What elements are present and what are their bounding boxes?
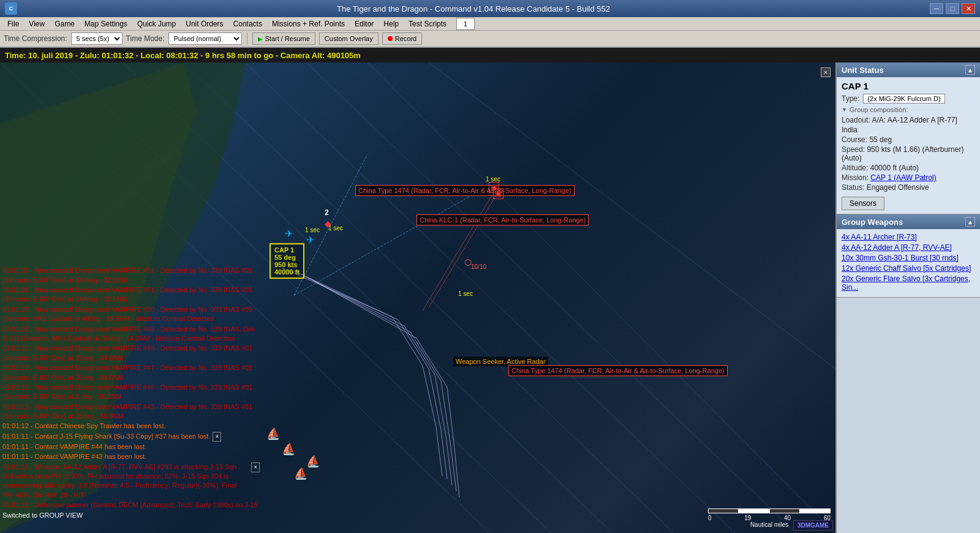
dismiss-btn-1[interactable]: × [213,432,221,442]
loadout-row: Loadout: A/A: AA-12 Adder A [R-77] [842,116,975,124]
weapon-link-2[interactable]: 10x 30mm Gsh-30-1 Burst [30 rnds] [842,254,975,262]
unit-status-header: Unit Status ▲ [837,62,980,77]
event-line-1: 01:01:31 - New contact! Designated VAMPI… [2,285,260,304]
weapon-link-4[interactable]: 20x Generic Flare Salvo [3x Cartridges, … [842,274,975,292]
close-button[interactable]: ✕ [962,3,975,14]
event-line-4: 01:01:13 - New contact! Designated VAMPI… [2,344,260,363]
event-line-10: 01:01:11 - Contact VAMPIRE #44 has been … [2,442,260,452]
altitude-label: Altitude: [842,164,868,172]
menu-view[interactable]: View [24,18,50,29]
menu-game[interactable]: Game [50,18,80,29]
window-controls: ─ □ ✕ [930,3,975,14]
menu-editor[interactable]: Editor [350,18,379,29]
unit-marker-friendly-2: ✈ [306,234,314,246]
event-log: 01:01:31 - New contact! Designated VAMPI… [2,266,260,521]
menu-help[interactable]: Help [379,18,404,29]
weapon-link-1[interactable]: 4x AA-12 Adder A [R-77, RVV-AE] [842,243,975,252]
custom-overlay-button[interactable]: Custom Overlay [319,32,379,45]
menu-missions-ref[interactable]: Missions + Ref. Points [267,18,350,29]
cap-unit-box[interactable]: CAP 1 55 deg 950 kts 40000 ft [270,243,304,279]
start-resume-button[interactable]: ▶ Start / Resume [252,32,315,45]
menu-quick-jump[interactable]: Quick Jump [132,18,181,29]
main-area: × CAP 1 55 deg 950 kts 40000 ft 1 sec 1 … [0,62,980,533]
right-panel: Unit Status ▲ CAP 1 Type: (2x MiG-29K Fu… [835,62,980,533]
logo-badge: 3DMGAME [793,520,833,531]
course-row: Course: 55 deg [842,135,975,144]
event-line-2: 01:01:26 - New contact! Designated VAMPI… [2,305,260,324]
status-row: Status: Engaged Offensive [842,183,975,192]
speed-row: Speed: 950 kts (M 1.66) (Afterburner) (A… [842,145,975,162]
event-line-7: 01:01:13 - New contact! Designated VAMPI… [2,403,260,421]
menu-contacts[interactable]: Contacts [228,18,267,29]
map-view[interactable]: × CAP 1 55 deg 950 kts 40000 ft 1 sec 1 … [0,62,835,533]
toolbar: Time Compression: 5 secs (5x) Time Mode:… [0,31,980,48]
altitude-value: 40000 ft (Auto) [870,164,919,172]
menu-file[interactable]: File [2,18,24,29]
event-line-3: 01:01:26 - New contact! Designated VAMPI… [2,325,260,344]
expand-arrow-icon: ▼ [842,107,847,113]
speed-label: Speed: [842,145,865,154]
unit-marker-enemy-1: ◆ [325,219,331,229]
unit-marker-friendly-1: ✈ [285,228,293,240]
ship-marker-4: ⛵ [294,467,307,480]
map-close-button[interactable]: × [821,67,831,77]
ship-marker-1: ⛵ [266,427,280,440]
status-bar: Time: 10. juli 2019 - Zulu: 01:01:32 - L… [0,48,980,62]
tab-input[interactable] [456,18,475,30]
course-value: 55 deg [869,135,892,144]
unit-name: CAP 1 [842,81,975,91]
event-line-6: 01:01:13 - New contact! Designated VAMPI… [2,383,260,402]
event-line-11: 01:01:11 - Contact VAMPIRE #43 has been … [2,452,260,461]
menu-map-settings[interactable]: Map Settings [80,18,132,29]
time-compression-label: Time Compression: [4,34,67,43]
svg-line-8 [294,185,490,295]
loadout-value: A/A: AA-12 Adder A [R-77] [872,116,957,124]
dismiss-btn-2[interactable]: × [251,463,260,472]
group-weapons-header: Group Weapons ▲ [837,214,980,229]
group-count-2: 2 [325,208,329,217]
time-mode-select[interactable]: Pulsed (normal) [168,32,242,45]
menubar: File View Game Map Settings Quick Jump U… [0,17,980,31]
minimize-button[interactable]: ─ [930,3,943,14]
play-icon: ▶ [258,36,263,42]
timer-label-1: 1 sec [305,227,320,233]
ship-marker-3: ⛵ [306,455,320,468]
unit-marker-enemy-3: ▣ [493,188,503,199]
maximize-button[interactable]: □ [946,3,959,14]
event-line-14: Switched to GROUP VIEW [2,511,260,520]
event-line-13: 01:01:11 - Defensive jammer (Generic DEC… [2,501,260,510]
cap-kts: 950 kts [274,261,300,268]
group-comp-row: ▼ Group composition: [842,106,975,113]
sensors-button[interactable]: Sensors [842,197,884,210]
event-line-9: 01:01:11 - Contact J-15 Flying Shark [Su… [2,432,260,442]
unit-status-collapse-btn[interactable]: ▲ [965,65,975,75]
scale-19: 19 [744,515,751,521]
scale-40: 40 [784,515,791,521]
window-title: The Tiger and the Dragon - Command v1.04… [17,4,930,13]
course-label: Course: [842,135,867,144]
group-weapons-collapse-btn[interactable]: ▲ [965,217,975,227]
weapon-link-0[interactable]: 4x AA-11 Archer [R-73] [842,233,975,241]
weapon-link-3[interactable]: 12x Generic Chaff Salvo [5x Cartridges] [842,264,975,273]
enemy-group-count: 10/10 [471,263,486,270]
india-row: India [842,126,975,134]
svg-line-10 [429,185,502,308]
menu-unit-orders[interactable]: Unit Orders [181,18,228,29]
time-compression-select[interactable]: 5 secs (5x) [71,32,123,45]
mission-link[interactable]: CAP 1 (AAW Patrol) [870,173,936,182]
type-value: (2x MiG-29K Fulcrum D) [863,94,944,104]
group-weapons-content: 4x AA-11 Archer [R-73] 4x AA-12 Adder A … [837,229,980,297]
cap-deg: 55 deg [274,254,300,261]
time-mode-label: Time Mode: [126,34,165,43]
record-button[interactable]: Record [382,32,422,45]
group-weapons-title: Group Weapons [842,217,903,227]
unit-type-row: Type: (2x MiG-29K Fulcrum D) [842,94,975,104]
ship-marker-2: ⛵ [282,442,295,456]
event-line-5: 01:01:13 - New contact! Designated VAMPI… [2,363,260,382]
scale-0: 0 [708,515,712,521]
cap-ft: 40000 ft [274,268,300,276]
unit-status-content: CAP 1 Type: (2x MiG-29K Fulcrum D) ▼ Gro… [837,77,980,214]
titlebar: C The Tiger and the Dragon - Command v1.… [0,0,980,17]
mission-row: Mission: CAP 1 (AAW Patrol) [842,173,975,182]
menu-test-scripts[interactable]: Test Scripts [404,18,451,29]
